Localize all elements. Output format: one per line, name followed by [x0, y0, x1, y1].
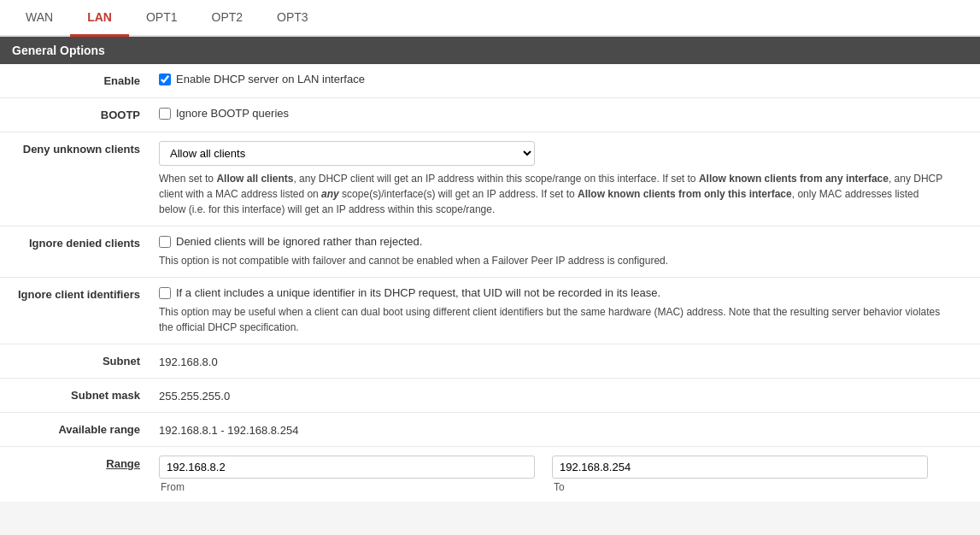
deny-unknown-row: Deny unknown clients Allow all clients A…: [0, 132, 980, 226]
ignore-denied-row: Ignore denied clients Denied clients wil…: [0, 226, 980, 278]
range-from-group: From: [159, 456, 535, 493]
enable-label: Enable: [0, 64, 154, 98]
enable-checkbox-row: Enable DHCP server on LAN interface: [159, 73, 968, 85]
tab-bar: WAN LAN OPT1 OPT2 OPT3: [0, 0, 980, 37]
ignore-denied-description: This option is not compatible with failo…: [159, 253, 945, 268]
ignore-client-ids-checkbox-row: If a client includes a unique identifier…: [159, 286, 968, 299]
enable-value-cell: Enable DHCP server on LAN interface: [154, 64, 980, 98]
range-from-label: From: [159, 481, 535, 493]
bootp-row: BOOTP Ignore BOOTP queries: [0, 98, 980, 132]
main-content: General Options Enable Enable DHCP serve…: [0, 37, 980, 502]
range-to-group: To: [552, 456, 928, 493]
range-from-input[interactable]: [159, 456, 535, 479]
section-title: General Options: [0, 37, 980, 64]
tab-opt2[interactable]: OPT2: [195, 0, 261, 37]
available-range-value: 192.168.8.1 - 192.168.8.254: [159, 421, 968, 437]
subnet-value: 192.168.8.0: [159, 353, 968, 368]
tab-opt1[interactable]: OPT1: [129, 0, 195, 37]
bootp-checkbox-label: Ignore BOOTP queries: [176, 107, 289, 120]
subnet-mask-value: 255.255.255.0: [159, 387, 968, 403]
tab-opt3[interactable]: OPT3: [260, 0, 326, 37]
range-row: Range From To: [0, 447, 980, 503]
ignore-client-ids-label: Ignore client identifiers: [0, 278, 154, 344]
range-to-input[interactable]: [552, 456, 928, 479]
deny-unknown-label: Deny unknown clients: [0, 132, 154, 226]
ignore-denied-label: Ignore denied clients: [0, 226, 154, 278]
available-range-row: Available range 192.168.8.1 - 192.168.8.…: [0, 413, 980, 447]
ignore-denied-checkbox-label: Denied clients will be ignored rather th…: [176, 235, 422, 248]
range-value-cell: From To: [154, 447, 980, 503]
available-range-value-cell: 192.168.8.1 - 192.168.8.254: [154, 413, 980, 447]
subnet-mask-row: Subnet mask 255.255.255.0: [0, 379, 980, 413]
subnet-label: Subnet: [0, 344, 154, 379]
enable-checkbox-label: Enable DHCP server on LAN interface: [176, 73, 365, 85]
subnet-row: Subnet 192.168.8.0: [0, 344, 980, 379]
range-label: Range: [0, 447, 154, 503]
ignore-client-ids-description: This option may be useful when a client …: [159, 304, 945, 335]
ignore-client-ids-checkbox-label: If a client includes a unique identifier…: [176, 286, 660, 299]
deny-unknown-value-cell: Allow all clients Allow known clients fr…: [154, 132, 980, 226]
subnet-mask-value-cell: 255.255.255.0: [154, 379, 980, 413]
ignore-client-ids-value-cell: If a client includes a unique identifier…: [154, 278, 980, 344]
enable-checkbox[interactable]: [159, 73, 171, 85]
deny-unknown-select[interactable]: Allow all clients Allow known clients fr…: [159, 141, 535, 166]
enable-row: Enable Enable DHCP server on LAN interfa…: [0, 64, 980, 98]
tab-wan[interactable]: WAN: [9, 0, 70, 37]
form-table: Enable Enable DHCP server on LAN interfa…: [0, 64, 980, 502]
range-label-text: Range: [106, 457, 140, 470]
range-inputs-container: From To: [159, 456, 968, 493]
ignore-denied-value-cell: Denied clients will be ignored rather th…: [154, 226, 980, 278]
ignore-client-ids-checkbox[interactable]: [159, 287, 171, 299]
bootp-checkbox[interactable]: [159, 108, 171, 120]
tab-lan[interactable]: LAN: [70, 0, 129, 37]
subnet-mask-label: Subnet mask: [0, 379, 154, 413]
range-to-label: To: [552, 481, 928, 493]
ignore-client-ids-row: Ignore client identifiers If a client in…: [0, 278, 980, 344]
bootp-checkbox-row: Ignore BOOTP queries: [159, 107, 968, 120]
bootp-value-cell: Ignore BOOTP queries: [154, 98, 980, 132]
ignore-denied-checkbox[interactable]: [159, 236, 171, 248]
subnet-value-cell: 192.168.8.0: [154, 344, 980, 379]
bootp-label: BOOTP: [0, 98, 154, 132]
deny-unknown-description: When set to Allow all clients, any DHCP …: [159, 171, 945, 217]
ignore-denied-checkbox-row: Denied clients will be ignored rather th…: [159, 235, 968, 248]
available-range-label: Available range: [0, 413, 154, 447]
